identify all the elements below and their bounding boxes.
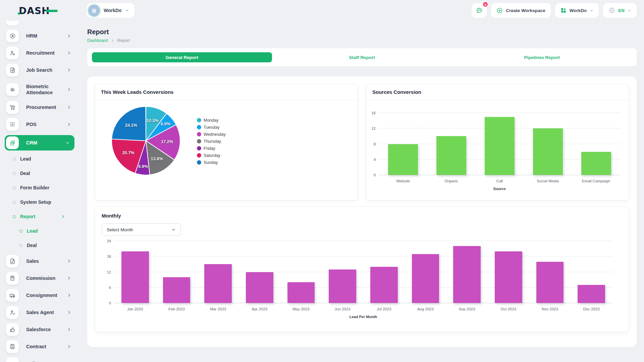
month-select-value: Select Month [107, 227, 133, 232]
legend-item-friday[interactable]: Friday [197, 145, 226, 152]
bar-aug-2023[interactable] [412, 254, 439, 303]
x-axis-label: Apr 2023 [239, 307, 280, 311]
pie-label-thursday: 13.8% [151, 156, 163, 161]
language-selector[interactable]: EN [603, 3, 637, 18]
sidebar-item-sales-agent[interactable]: Sales Agent [5, 306, 73, 319]
bar-slot [405, 241, 446, 303]
plot-area: 06121824 [114, 241, 612, 303]
legend-item-saturday[interactable]: Saturday [197, 152, 226, 159]
grid-dots-icon [6, 118, 19, 131]
bullet-icon [19, 244, 22, 247]
sidebar-item-commission[interactable]: Commission [5, 272, 73, 285]
x-axis-label: Nov 2023 [529, 307, 571, 311]
bullet-icon [13, 172, 16, 175]
bar-slot [197, 241, 239, 303]
bar-call[interactable] [485, 117, 515, 175]
bar-sep-2023[interactable] [453, 246, 481, 303]
legend-item-monday[interactable]: Monday [197, 117, 226, 124]
sidebar-subitem-report[interactable]: Report [13, 212, 73, 222]
legend-item-thursday[interactable]: Thursday [197, 138, 226, 145]
chevron-right-icon [67, 68, 71, 72]
bar-jun-2023[interactable] [329, 269, 356, 303]
y-axis-tick: 12 [107, 270, 111, 274]
bar-organic[interactable] [436, 136, 466, 175]
tab-general-report[interactable]: General Report [92, 52, 272, 62]
tab-pipelines-report[interactable]: Pipelines Report [452, 52, 632, 62]
workspace-selector[interactable]: WorkDo [87, 3, 135, 18]
sidebar-item-consignment[interactable]: Consignment [5, 289, 73, 302]
app-logo[interactable]: DASH [19, 5, 51, 16]
bar-social-media[interactable] [533, 128, 563, 175]
legend-dot [197, 125, 201, 129]
chevron-right-icon [67, 122, 71, 126]
sidebar-item-salesforce[interactable]: Salesforce [5, 323, 73, 336]
x-axis-label: Jun 2023 [322, 307, 363, 311]
bullet-icon [13, 201, 16, 204]
bar-oct-2023[interactable] [495, 251, 522, 303]
sidebar-item-crm[interactable]: CRM [5, 135, 74, 150]
bullet-icon [13, 215, 16, 218]
document-search-icon [6, 64, 19, 76]
bar-dec-2023[interactable] [578, 285, 605, 303]
bar-feb-2023[interactable] [163, 277, 191, 303]
pie-legend: MondayTuesdayWednesdayThursdayFridaySatu… [197, 117, 226, 166]
sidebar-subitem-report-deal[interactable]: Deal [19, 240, 73, 250]
sidebar-item-sales[interactable]: Sales [5, 255, 73, 267]
logo-accent-dot [18, 12, 20, 15]
workspace-switcher-button[interactable]: WorkDo [555, 3, 599, 18]
bullet-icon [13, 186, 16, 189]
sidebar-subitem-report-lead[interactable]: Lead [19, 226, 73, 236]
person-plus-icon [6, 47, 19, 59]
legend-dot [197, 146, 201, 150]
sidebar-item-contract[interactable]: Contract [5, 340, 73, 353]
bar-mar-2023[interactable] [204, 264, 232, 303]
sidebar-item-biometric-attendance[interactable]: Biometric Attendance [5, 81, 73, 98]
bar-slot [427, 113, 476, 175]
sidebar-subitem-form-builder[interactable]: Form Builder [13, 183, 73, 193]
sidebar-item-recruitment[interactable]: Recruitment [5, 47, 73, 59]
pie-label-friday: 6.9% [138, 164, 148, 169]
leads-conversions-card: This Week Leads Conversions 10.3%6.9%17.… [95, 84, 358, 200]
bar-email-campaign[interactable] [581, 152, 611, 175]
bar-jul-2023[interactable] [370, 267, 398, 303]
month-select[interactable]: Select Month [102, 223, 181, 236]
messages-button[interactable]: 0 [472, 3, 487, 18]
x-axis-label: Dec 2023 [571, 307, 612, 311]
sidebar-subitem-system-setup[interactable]: System Setup [13, 197, 73, 207]
x-axis-label: Mar 2023 [197, 307, 239, 311]
x-axis-label: Jul 2023 [363, 307, 405, 311]
y-axis-tick: 4 [374, 158, 376, 162]
legend-label: Monday [204, 118, 218, 123]
thumbs-up-icon [6, 323, 19, 336]
topbar-actions: 0 Create Workspace WorkDo EN [472, 3, 637, 18]
tab-staff-report[interactable]: Staff Report [272, 52, 452, 62]
breadcrumb-dashboard-link[interactable]: Dashboard [87, 38, 108, 43]
bar-apr-2023[interactable] [246, 272, 273, 303]
leads-pie-chart[interactable]: 10.3%6.9%17.2%13.8%6.9%20.7%24.1% [110, 105, 182, 177]
legend-item-sunday[interactable]: Sunday [197, 159, 226, 166]
plus-circle-icon [496, 7, 503, 14]
legend-dot [197, 118, 201, 122]
sidebar-item-job-search[interactable]: Job Search [5, 64, 73, 76]
sidebar-item-indiamart[interactable]: Indiamart [5, 357, 73, 362]
create-workspace-button[interactable]: Create Workspace [491, 3, 551, 18]
x-axis-label: Call [476, 179, 524, 183]
sidebar-item-procurement[interactable]: Procurement [5, 101, 73, 114]
bar-may-2023[interactable] [287, 282, 315, 303]
topbar: DASH WorkDo 0 Create Workspace [0, 0, 644, 21]
report-panel: This Week Leads Conversions 10.3%6.9%17.… [87, 76, 637, 347]
sidebar-subitem-lead[interactable]: Lead [13, 154, 73, 164]
legend-item-tuesday[interactable]: Tuesday [197, 124, 226, 131]
sidebar-subitem-deal[interactable]: Deal [13, 168, 73, 178]
bar-jan-2023[interactable] [121, 251, 149, 303]
globe-icon [608, 7, 615, 14]
sidebar-item-hrm[interactable]: HRM [5, 29, 73, 42]
sidebar-item-pos[interactable]: POS [5, 118, 73, 131]
bar-slot [572, 113, 620, 175]
pie-label-wednesday: 17.2% [161, 139, 173, 144]
card-title: This Week Leads Conversions [101, 89, 173, 95]
card-title: Monthly [102, 213, 121, 219]
bar-nov-2023[interactable] [536, 262, 564, 303]
legend-item-wednesday[interactable]: Wednesday [197, 131, 226, 138]
bar-website[interactable] [388, 144, 418, 175]
